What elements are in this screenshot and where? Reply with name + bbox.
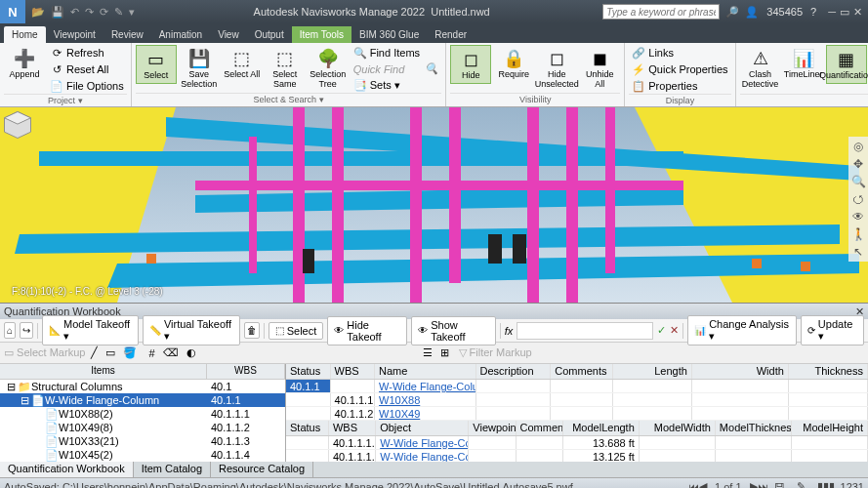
quantification-button[interactable]: ▦Quantification: [826, 45, 867, 84]
col-wbs[interactable]: WBS: [207, 364, 285, 379]
markup-paint-icon[interactable]: 🪣: [121, 345, 139, 361]
nav-select-icon[interactable]: ↖: [850, 244, 866, 260]
col-items[interactable]: Items: [0, 364, 207, 379]
tab-bim360[interactable]: BIM 360 Glue: [351, 26, 427, 43]
qw-select-button[interactable]: ⬚ Select: [269, 322, 324, 340]
tab-item-tools[interactable]: Item Tools: [292, 26, 351, 43]
markup-erase-icon[interactable]: ⌫: [161, 345, 181, 361]
grid-tree-icon[interactable]: ⊞: [438, 345, 451, 361]
file-options-button[interactable]: 📄File Options: [47, 78, 127, 94]
viewport-3d[interactable]: F:8(1):10(-2) - F.C. @ Level 3 (-28) ◎ ✥…: [0, 107, 868, 303]
fx-cancel-icon[interactable]: ✕: [670, 324, 679, 337]
grid-row[interactable]: 40.1.1.2W10X49: [286, 407, 868, 421]
grid-row[interactable]: 40.1.1.1.1W-Wide Flange-Column13.688 ft: [286, 436, 868, 450]
tree-row[interactable]: 📄W10X49(8)40.1.1.2: [0, 421, 285, 434]
tree-row[interactable]: ⊟📄W-Wide Flange-Column40.1.1: [0, 393, 285, 407]
close-icon[interactable]: ✕: [853, 6, 862, 19]
selection-tree-button[interactable]: 🌳Selection Tree: [308, 45, 349, 92]
quick-properties-button[interactable]: ⚡Quick Properties: [629, 61, 730, 77]
quick-find-input[interactable]: Quick Find🔍: [351, 61, 442, 76]
grid-row[interactable]: 40.1.1.1W10X88: [286, 393, 868, 407]
tab-quantification-workbook[interactable]: Quantification Workbook: [0, 462, 134, 477]
markup-count-icon[interactable]: #: [146, 346, 156, 361]
formula-input[interactable]: [517, 322, 653, 340]
objects-grid[interactable]: StatusWBSObjectViewpointCommentsModelLen…: [286, 421, 868, 462]
links-button[interactable]: 🔗Links: [629, 45, 730, 61]
qat-print-icon[interactable]: ✎: [114, 6, 123, 19]
save-selection-button[interactable]: 💾Save Selection: [179, 45, 220, 92]
items-grid[interactable]: StatusWBSNameDescriptionCommentsLengthWi…: [286, 364, 868, 421]
filter-markup-button[interactable]: ▽ Filter Markup: [459, 346, 532, 359]
user-label[interactable]: 345465: [766, 6, 803, 18]
properties-button[interactable]: 📋Properties: [629, 78, 730, 94]
nav-zoom-icon[interactable]: 🔍: [850, 174, 866, 189]
tree-row[interactable]: 📄W10X88(2)40.1.1.1: [0, 407, 285, 421]
tab-home[interactable]: Home: [4, 26, 46, 43]
qat-undo-icon[interactable]: ↶: [70, 6, 79, 19]
tab-output[interactable]: Output: [247, 26, 292, 43]
tree-row[interactable]: 📄W10X45(2)40.1.1.4: [0, 448, 285, 462]
page-nav-next-icon[interactable]: ▶: [750, 480, 758, 488]
nav-pan-icon[interactable]: ✥: [850, 156, 866, 172]
help-icon[interactable]: ?: [810, 6, 816, 18]
virtual-takeoff-button[interactable]: 📏 Virtual Takeoff ▾: [143, 315, 240, 346]
reset-all-button[interactable]: ↺Reset All: [47, 61, 127, 77]
page-nav-last-icon[interactable]: ⏭: [758, 481, 768, 489]
timeliner-button[interactable]: 📊TimeLiner: [783, 45, 824, 82]
select-all-button[interactable]: ⬚Select All: [222, 45, 263, 82]
panel-label-project[interactable]: Project ▾: [4, 94, 127, 105]
tab-resource-catalog[interactable]: Resource Catalog: [211, 462, 313, 477]
update-button[interactable]: ⟳ Update ▾: [801, 315, 864, 346]
select-button[interactable]: ▭Select: [136, 45, 177, 84]
qat-save-icon[interactable]: 💾: [51, 6, 64, 19]
nav-look-icon[interactable]: 👁: [850, 209, 866, 224]
append-button[interactable]: ➕Append: [4, 45, 45, 82]
tab-view[interactable]: View: [210, 26, 247, 43]
nav-orbit-icon[interactable]: ⭯: [850, 191, 866, 207]
page-nav-first-icon[interactable]: ⏮: [688, 481, 699, 489]
tab-viewpoint[interactable]: Viewpoint: [46, 26, 103, 43]
signin-icon[interactable]: 👤: [745, 6, 759, 19]
tree-row[interactable]: 📄W10X33(21)40.1.1.3: [0, 434, 285, 448]
qat-more-icon[interactable]: ▾: [129, 6, 135, 19]
qw-delete-icon[interactable]: 🗑: [244, 322, 260, 339]
qw-nav-arrow-icon[interactable]: ↪: [20, 322, 33, 339]
change-analysis-button[interactable]: 📊 Change Analysis ▾: [687, 315, 797, 346]
qat-refresh-icon[interactable]: ⟳: [100, 6, 108, 19]
hide-takeoff-button[interactable]: 👁 Hide Takeoff: [327, 316, 407, 346]
tab-render[interactable]: Render: [427, 26, 475, 43]
select-same-button[interactable]: ⬚Select Same: [265, 45, 306, 92]
grid-row[interactable]: 40.1.1W-Wide Flange-Column: [286, 380, 868, 393]
panel-label-select[interactable]: Select & Search ▾: [136, 93, 442, 104]
qat-redo-icon[interactable]: ↷: [85, 6, 94, 19]
show-takeoff-button[interactable]: 👁 Show Takeoff: [411, 316, 495, 346]
refresh-button[interactable]: ⟳Refresh: [47, 45, 127, 61]
select-markup-button[interactable]: ▭ Select Markup: [4, 346, 85, 359]
hide-unselected-button[interactable]: ◻Hide Unselected: [536, 45, 577, 92]
keyword-search[interactable]: [602, 4, 720, 20]
grid-row[interactable]: 40.1.1.1.2W-Wide Flange-Column13.125 ft: [286, 450, 868, 462]
markup-toggle-icon[interactable]: ◐: [185, 345, 198, 361]
tab-animation[interactable]: Animation: [151, 26, 210, 43]
nav-walk-icon[interactable]: 🚶: [850, 226, 866, 242]
fx-accept-icon[interactable]: ✓: [657, 324, 666, 337]
markup-rect-icon[interactable]: ▭: [103, 345, 117, 361]
maximize-icon[interactable]: ▭: [840, 6, 849, 19]
unhide-all-button[interactable]: ◼Unhide All: [579, 45, 620, 92]
qat-open-icon[interactable]: 📂: [31, 6, 45, 19]
search-go-icon[interactable]: 🔎: [725, 6, 739, 19]
nav-wheel-icon[interactable]: ◎: [850, 139, 866, 154]
tab-review[interactable]: Review: [103, 26, 151, 43]
sets-button[interactable]: 📑Sets ▾: [351, 77, 442, 93]
hide-button[interactable]: ◻Hide: [450, 45, 491, 84]
minimize-icon[interactable]: ─: [828, 6, 836, 19]
find-items-button[interactable]: 🔍Find Items: [351, 45, 442, 61]
require-button[interactable]: 🔒Require: [493, 45, 534, 82]
qw-nav-home-icon[interactable]: ⌂: [4, 322, 16, 339]
tab-item-catalog[interactable]: Item Catalog: [134, 462, 211, 477]
clash-detective-button[interactable]: ⚠Clash Detective: [740, 45, 781, 92]
grid-list-icon[interactable]: ☰: [421, 345, 434, 361]
items-tree[interactable]: ⊟📁Structural Columns40.1⊟📄W-Wide Flange-…: [0, 380, 285, 462]
view-cube[interactable]: [0, 107, 35, 142]
markup-line-icon[interactable]: ╱: [89, 345, 100, 361]
